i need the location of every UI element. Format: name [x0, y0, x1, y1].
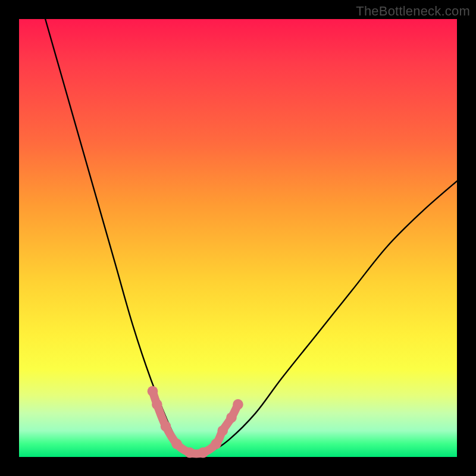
curve-marker: [198, 447, 208, 458]
bottleneck-curve-svg: [19, 19, 457, 457]
plot-area: [19, 19, 457, 457]
curve-marker: [148, 386, 158, 397]
curve-marker: [233, 399, 243, 410]
curve-marker: [217, 425, 228, 436]
chart-frame: TheBottleneck.com: [0, 0, 476, 476]
curve-marker: [161, 421, 171, 432]
curve-marker: [152, 399, 162, 410]
curve-marker: [211, 439, 221, 449]
curve-marker: [171, 439, 182, 449]
curve-left-branch: [45, 19, 194, 453]
curve-marker: [184, 447, 195, 458]
watermark-text: TheBottleneck.com: [356, 4, 470, 19]
curve-marker: [226, 412, 237, 423]
